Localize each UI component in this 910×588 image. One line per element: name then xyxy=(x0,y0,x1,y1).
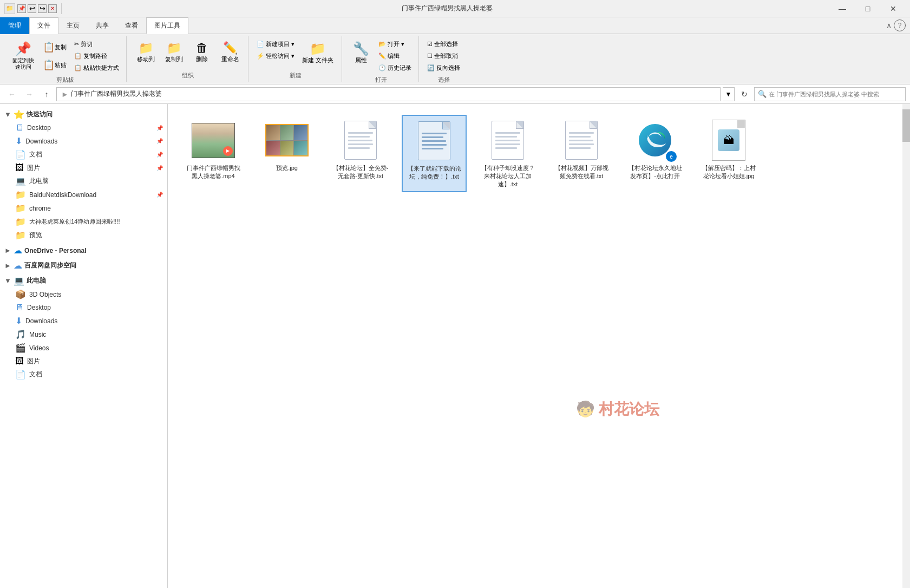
undo-btn[interactable]: ↩ xyxy=(28,4,36,13)
edit-btn[interactable]: ✏️ 编辑 xyxy=(376,50,414,62)
sidebar: ▼ ⭐ 快速访问 🖥 Desktop 📌 ⬇ Downloads 📌 📄 文档 … xyxy=(0,104,168,588)
back-btn[interactable]: ← xyxy=(4,87,19,102)
close-btn[interactable]: ✕ xyxy=(881,0,906,17)
organize-col4: ✏️ 重命名 xyxy=(217,38,244,66)
cut-btn[interactable]: ✂ 剪切 xyxy=(71,38,122,50)
file-item-txt2[interactable]: 【来了就能下载的论坛，纯免费！】.txt xyxy=(402,115,467,192)
ribbon-tabs: 管理 文件 主页 共享 查看 图片工具 ∧ ? xyxy=(0,17,910,34)
txt2-content xyxy=(418,122,450,154)
tab-view[interactable]: 查看 xyxy=(117,17,146,34)
sidebar-item-yulan[interactable]: 📁 预览 xyxy=(0,228,167,242)
history-btn[interactable]: 🕐 历史记录 xyxy=(376,62,414,74)
address-dropdown-btn[interactable]: ▼ xyxy=(723,87,735,101)
ribbon-collapse-btn[interactable]: ∧ xyxy=(886,21,892,30)
pin-to-quickaccess-btn[interactable]: 📌 固定到快速访问 xyxy=(9,38,38,73)
paste-shortcut-btn[interactable]: 📋 粘贴快捷方式 xyxy=(71,62,122,74)
select-all-btn[interactable]: ☑ 全部选择 xyxy=(424,38,463,50)
txt3-icon-wrap xyxy=(486,119,529,162)
sidebar-item-desktop[interactable]: 🖥 Desktop 📌 xyxy=(0,121,167,134)
sidebar-item-desktop2[interactable]: 🖥 Desktop xyxy=(0,301,167,314)
open-col: 📂 打开 ▾ ✏️ 编辑 🕐 历史记录 xyxy=(376,38,414,74)
files-grid: ▶ 门事件广西绿帽男找黑人操老婆.mp4 xyxy=(181,115,897,192)
copy-path-btn[interactable]: 📋 复制路径 xyxy=(71,50,122,62)
help-btn[interactable]: ? xyxy=(894,19,906,31)
tab-file[interactable]: 文件 xyxy=(29,17,58,34)
new-items: 📄 新建项目 ▾ ⚡ 轻松访问 ▾ 📁 新建 文件夹 xyxy=(254,36,337,71)
file-item-txt1[interactable]: 【村花论坛】全免费-无套路-更新快.txt xyxy=(328,115,393,192)
preview-cell-3 xyxy=(294,125,307,140)
edit-icon: ✏️ xyxy=(378,53,386,60)
sidebar-item-pictures2[interactable]: 🖼 图片 xyxy=(0,355,167,368)
new-folder-btn[interactable]: 📁 新建 文件夹 xyxy=(298,38,337,67)
sidebar-item-documents[interactable]: 📄 文档 📌 xyxy=(0,148,167,161)
close-quick-btn[interactable]: ✕ xyxy=(48,4,57,13)
address-arrow: ► xyxy=(61,90,69,99)
ribbon-content: 📌 固定到快速访问 📋 复制 📋 粘贴 ✂ 剪切 xyxy=(0,34,910,84)
sidebar-item-dashen[interactable]: 📁 大神老虎菜原创14弹幼师回来啦!!!! xyxy=(0,215,167,228)
preview-thumb-container xyxy=(265,124,309,156)
tab-home[interactable]: 主页 xyxy=(58,17,88,34)
open-label: 打开 ▾ xyxy=(388,40,404,48)
this-pc-expand-icon: ▼ xyxy=(4,277,11,285)
tab-picturetools[interactable]: 图片工具 xyxy=(146,17,188,34)
sidebar-item-documents2[interactable]: 📄 文档 xyxy=(0,368,167,381)
sidebar-item-chrome[interactable]: 📁 chrome xyxy=(0,201,167,215)
quick-access-btn[interactable]: 📌 xyxy=(17,4,26,13)
this-pc-header[interactable]: ▼ 💻 此电脑 xyxy=(0,272,167,288)
file-item-txt3[interactable]: 【有种子却没速度？来村花论坛人工加速】.txt xyxy=(475,115,540,192)
rename-btn[interactable]: ✏️ 重命名 xyxy=(217,38,244,66)
txt2-filename: 【来了就能下载的论坛，纯免费！】.txt xyxy=(406,165,462,181)
jpg2-fold xyxy=(737,120,745,128)
file-item-preview-jpg[interactable]: 预览.jpg xyxy=(254,115,319,192)
desktop-pin: 📌 xyxy=(156,125,163,131)
sidebar-item-this-pc-quick[interactable]: 💻 此电脑 xyxy=(0,174,167,188)
baidu-label: BaiduNetdiskDownload xyxy=(29,191,153,199)
search-input[interactable] xyxy=(769,91,902,97)
refresh-btn[interactable]: ↻ xyxy=(737,87,752,102)
baidu-sync-header[interactable]: ► ☁ 百度网盘同步空间 xyxy=(0,257,167,272)
scroll-thumb[interactable] xyxy=(902,109,910,142)
new-label: 新建 xyxy=(290,71,302,82)
search-box: 🔍 xyxy=(754,87,906,101)
organize-col3: 🗑 删除 xyxy=(188,38,215,66)
sidebar-item-downloads2[interactable]: ⬇ Downloads xyxy=(0,314,167,328)
copyto-btn[interactable]: 📁 复制到 xyxy=(160,38,187,66)
sidebar-item-music[interactable]: 🎵 Music xyxy=(0,328,167,341)
invert-selection-btn[interactable]: 🔄 反向选择 xyxy=(424,62,463,74)
quick-access-header[interactable]: ▼ ⭐ 快速访问 xyxy=(0,106,167,121)
maximize-btn[interactable]: □ xyxy=(855,0,880,17)
redo-btn[interactable]: ↪ xyxy=(38,4,47,13)
address-field[interactable]: ► 门事件广西绿帽男找黑人操老婆 xyxy=(56,87,721,101)
txt1-fold xyxy=(369,121,376,129)
file-item-txt4[interactable]: 【村花视频】万部视频免费在线看.txt xyxy=(549,115,614,192)
new-item-btn[interactable]: 📄 新建项目 ▾ xyxy=(254,38,297,50)
select-none-btn[interactable]: ☐ 全部取消 xyxy=(424,50,463,62)
onedrive-header[interactable]: ► ☁ OneDrive - Personal xyxy=(0,242,167,257)
moveto-btn[interactable]: 📁 移动到 xyxy=(132,38,159,66)
file-item-jpg2[interactable]: 🏔 【解压密码】：上村花论坛看小姐姐.jpg xyxy=(696,115,761,192)
file-item-video[interactable]: ▶ 门事件广西绿帽男找黑人操老婆.mp4 xyxy=(181,115,246,192)
sidebar-item-videos[interactable]: 🎬 Videos xyxy=(0,341,167,355)
tab-share[interactable]: 共享 xyxy=(88,17,117,34)
file-item-edge[interactable]: e 【村花论坛永久地址发布页】-点此打开 xyxy=(623,115,688,192)
sidebar-item-baidu[interactable]: 📁 BaiduNetdiskDownload 📌 xyxy=(0,188,167,201)
copypath-label: 复制路径 xyxy=(83,52,107,60)
sidebar-item-pictures[interactable]: 🖼 图片 📌 xyxy=(0,161,167,174)
downloads2-label: Downloads xyxy=(25,317,163,325)
easy-access-btn[interactable]: ⚡ 轻松访问 ▾ xyxy=(254,50,297,62)
sidebar-item-3d-objects[interactable]: 📦 3D Objects xyxy=(0,288,167,301)
forward-btn[interactable]: → xyxy=(22,87,37,102)
open-btn[interactable]: 📂 打开 ▾ xyxy=(376,38,414,50)
clipboard-col: 📋 复制 📋 粘贴 xyxy=(39,38,70,74)
up-btn[interactable]: ↑ xyxy=(39,87,54,102)
sidebar-item-downloads[interactable]: ⬇ Downloads 📌 xyxy=(0,134,167,148)
minimize-btn[interactable]: — xyxy=(830,0,855,17)
edge-badge: e xyxy=(666,151,677,162)
delete-btn[interactable]: 🗑 删除 xyxy=(188,38,215,66)
paste-btn[interactable]: 📋 粘贴 xyxy=(39,56,70,74)
open-items: 🔧 属性 📂 打开 ▾ ✏️ 编辑 🕐 历史记录 xyxy=(348,36,414,76)
quick-access-label: 快速访问 xyxy=(27,110,53,119)
properties-btn[interactable]: 🔧 属性 xyxy=(348,38,375,67)
preview-icon-wrap xyxy=(265,119,309,162)
copy-btn[interactable]: 📋 复制 xyxy=(39,38,70,56)
